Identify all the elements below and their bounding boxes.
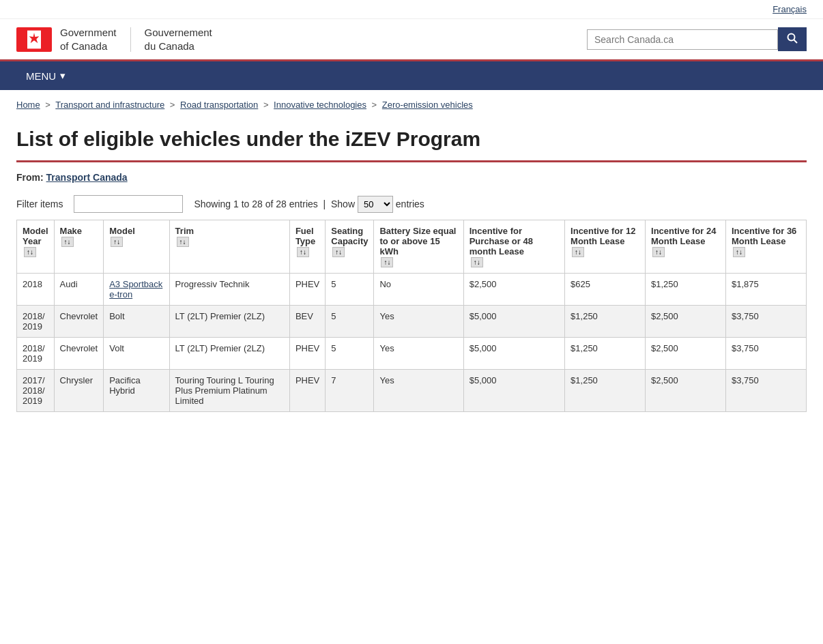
breadcrumb-zero-emission[interactable]: Zero-emission vehicles — [382, 100, 473, 110]
cell-model_year: 2018/ 2019 — [17, 306, 55, 338]
sort-incentive-36[interactable]: ↑↓ — [733, 247, 745, 257]
cell-incentive_12: $625 — [565, 274, 646, 306]
sort-incentive-24[interactable]: ↑↓ — [652, 247, 665, 257]
cell-fuel_type: BEV — [289, 306, 325, 338]
sort-incentive-12[interactable]: ↑↓ — [572, 247, 584, 257]
search-input[interactable] — [587, 29, 778, 50]
flag-icon — [20, 30, 48, 49]
table-controls: Filter items Showing 1 to 28 of 28 entri… — [16, 195, 807, 213]
cell-make: Audi — [54, 274, 104, 306]
data-table: ModelYear ↑↓ Make ↑↓ Model ↑↓ Trim ↑↓ — [16, 220, 807, 412]
breadcrumb-road[interactable]: Road transportation — [180, 100, 258, 110]
sort-make[interactable]: ↑↓ — [61, 237, 74, 247]
cell-incentive_36: $1,875 — [725, 274, 806, 306]
cell-incentive_purchase: $2,500 — [463, 274, 564, 306]
cell-incentive_24: $2,500 — [646, 370, 726, 412]
col-incentive-12: Incentive for 12 Month Lease ↑↓ — [565, 220, 646, 274]
search-icon — [787, 33, 798, 44]
svg-line-5 — [794, 40, 798, 44]
logo-area: Governmentof Canada Gouvernementdu Canad… — [16, 26, 212, 53]
cell-seating_capacity: 7 — [326, 370, 374, 412]
cell-seating_capacity: 5 — [326, 306, 374, 338]
table-row: 2018/ 2019ChevroletBoltLT (2LT) Premier … — [17, 306, 807, 338]
cell-model_year: 2017/ 2018/ 2019 — [17, 370, 55, 412]
cell-make: Chrysler — [54, 370, 104, 412]
col-model: Model ↑↓ — [104, 220, 169, 274]
col-battery-size: Battery Size equal to or above 15 kWh ↑↓ — [374, 220, 463, 274]
cell-model_year: 2018/ 2019 — [17, 338, 55, 370]
sort-model-year[interactable]: ↑↓ — [24, 247, 36, 257]
cell-incentive_purchase: $5,000 — [463, 370, 564, 412]
cell-battery_size: Yes — [374, 338, 463, 370]
col-incentive-24: Incentive for 24 Month Lease ↑↓ — [646, 220, 726, 274]
canada-flag — [16, 27, 52, 52]
model-link[interactable]: A3 Sportback e-tron — [109, 279, 162, 299]
filter-label: Filter items — [16, 199, 63, 209]
col-trim: Trim ↑↓ — [169, 220, 289, 274]
from-line: From: Transport Canada — [16, 172, 807, 183]
chevron-down-icon: ▾ — [60, 70, 66, 82]
breadcrumb-transport[interactable]: Transport and infrastructure — [55, 100, 164, 110]
cell-trim: LT (2LT) Premier (2LZ) — [169, 338, 289, 370]
cell-seating_capacity: 5 — [326, 274, 374, 306]
cell-model: A3 Sportback e-tron — [104, 274, 169, 306]
search-area — [587, 27, 807, 51]
showing-text: Showing 1 to 28 of 28 entries | Show 10 … — [194, 196, 424, 213]
cell-battery_size: No — [374, 274, 463, 306]
cell-incentive_36: $3,750 — [725, 338, 806, 370]
cell-model: Pacifica Hybrid — [104, 370, 169, 412]
cell-fuel_type: PHEV — [289, 338, 325, 370]
sort-model[interactable]: ↑↓ — [111, 237, 123, 247]
col-model-year: ModelYear ↑↓ — [17, 220, 55, 274]
from-link[interactable]: Transport Canada — [46, 172, 128, 183]
page-title: List of eligible vehicles under the iZEV… — [16, 128, 807, 162]
sort-battery-size[interactable]: ↑↓ — [381, 257, 393, 267]
col-incentive-36: Incentive for 36 Month Lease ↑↓ — [725, 220, 806, 274]
col-fuel-type: FuelType ↑↓ — [289, 220, 325, 274]
cell-make: Chevrolet — [54, 338, 104, 370]
cell-incentive_12: $1,250 — [565, 370, 646, 412]
cell-model: Volt — [104, 338, 169, 370]
table-row: 2018AudiA3 Sportback e-tronProgressiv Te… — [17, 274, 807, 306]
cell-model: Bolt — [104, 306, 169, 338]
search-button[interactable] — [778, 27, 807, 51]
cell-model_year: 2018 — [17, 274, 55, 306]
cell-seating_capacity: 5 — [326, 338, 374, 370]
gov-text: Governmentof Canada — [60, 26, 117, 53]
cell-make: Chevrolet — [54, 306, 104, 338]
cell-battery_size: Yes — [374, 306, 463, 338]
cell-battery_size: Yes — [374, 370, 463, 412]
sort-incentive-purchase[interactable]: ↑↓ — [471, 257, 483, 267]
cell-incentive_24: $2,500 — [646, 306, 726, 338]
cell-incentive_purchase: $5,000 — [463, 306, 564, 338]
cell-trim: Progressiv Technik — [169, 274, 289, 306]
table-row: 2017/ 2018/ 2019ChryslerPacifica HybridT… — [17, 370, 807, 412]
svg-rect-1 — [41, 30, 48, 48]
cell-incentive_purchase: $5,000 — [463, 338, 564, 370]
breadcrumb-home[interactable]: Home — [16, 100, 40, 110]
gov-text-fr: Gouvernementdu Canada — [145, 26, 212, 53]
cell-fuel_type: PHEV — [289, 370, 325, 412]
french-link[interactable]: Français — [773, 4, 807, 14]
sort-trim[interactable]: ↑↓ — [177, 237, 189, 247]
svg-point-4 — [788, 34, 795, 41]
sort-seating-capacity[interactable]: ↑↓ — [332, 247, 345, 257]
cell-trim: Touring Touring L Touring Plus Premium P… — [169, 370, 289, 412]
breadcrumb-innovative[interactable]: Innovative technologies — [274, 100, 366, 110]
sort-fuel-type[interactable]: ↑↓ — [297, 247, 309, 257]
cell-incentive_36: $3,750 — [725, 306, 806, 338]
svg-rect-0 — [20, 30, 27, 48]
col-make: Make ↑↓ — [54, 220, 104, 274]
filter-input[interactable] — [74, 195, 183, 213]
cell-incentive_12: $1,250 — [565, 338, 646, 370]
cell-fuel_type: PHEV — [289, 274, 325, 306]
col-incentive-purchase: Incentive for Purchase or 48 month Lease… — [463, 220, 564, 274]
cell-incentive_12: $1,250 — [565, 306, 646, 338]
col-seating-capacity: SeatingCapacity ↑↓ — [326, 220, 374, 274]
nav-bar: MENU ▾ — [0, 61, 823, 90]
show-select[interactable]: 10 25 50 100 — [358, 196, 393, 213]
cell-incentive_36: $3,750 — [725, 370, 806, 412]
menu-button[interactable]: MENU ▾ — [16, 61, 75, 90]
table-row: 2018/ 2019ChevroletVoltLT (2LT) Premier … — [17, 338, 807, 370]
breadcrumb: Home > Transport and infrastructure > Ro… — [0, 90, 823, 114]
